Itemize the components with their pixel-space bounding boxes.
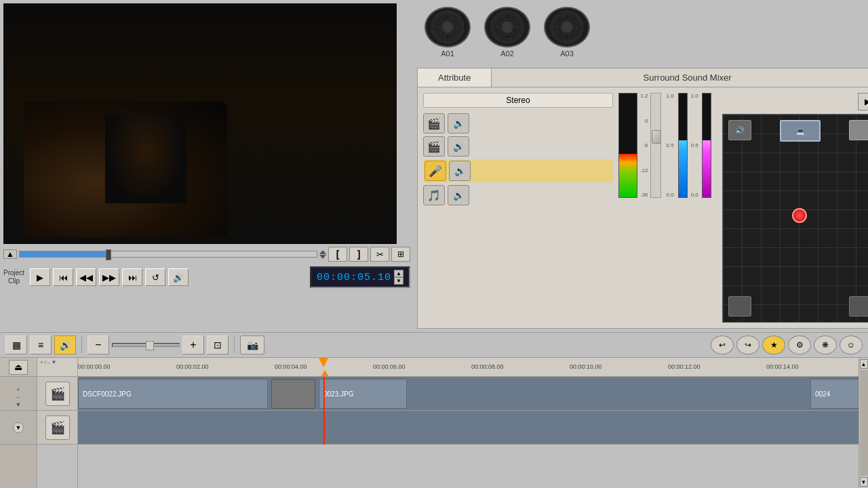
timecode-up[interactable]: ▲ [394,270,403,277]
clip-0024[interactable]: 0024 [810,379,859,409]
timecode-down[interactable]: ▼ [394,277,403,285]
channel-vol-2[interactable]: 🔊 [448,136,469,157]
export-button[interactable]: ☺ [840,336,863,354]
capture-button[interactable]: 📷 [240,336,264,354]
channel-rows: 🎬 🔊 🎬 🔊 🎤 🔊 [423,113,613,205]
fader-track[interactable] [650,93,661,198]
zoom-out-button[interactable]: − [87,336,109,354]
ruler-mark-6: 00:00:06.00 [373,363,406,370]
up-arrow-icon [319,250,326,254]
filter-button[interactable]: ❋ [814,336,837,354]
level-bar-channel-l [678,93,688,198]
channel-vol-1[interactable]: 🔊 [448,113,469,134]
cut-button[interactable]: ✂ [370,247,389,262]
track1-up-arrow[interactable]: + [11,386,26,393]
next-button[interactable]: ⏭ [122,268,142,286]
video-panel: ▲ [ ] ✂ ⊞ Project Clip [0,0,414,332]
tab-surround[interactable]: Surround Sound Mixer [492,68,868,87]
track-zoom-in[interactable]: + [40,359,43,365]
track2-expand[interactable]: ▼ [13,422,24,433]
settings-button[interactable]: ⚙ [788,336,811,354]
audio-clip-a02[interactable]: A02 [480,7,534,58]
scroll-track[interactable] [860,370,868,476]
video-preview [3,3,397,244]
loop-button[interactable]: ↺ [145,268,165,286]
eject-area: ⏏ [0,358,37,377]
step-fwd-button[interactable]: ▶▶ [99,268,119,286]
speaker-br[interactable] [849,296,868,317]
app-container: ▲ [ ] ✂ ⊞ Project Clip [0,0,868,488]
effects-button[interactable]: ★ [762,336,785,354]
audio-clip-a03[interactable]: A03 [540,7,594,58]
fullscreen-button[interactable]: ⊞ [391,247,410,262]
channel-vol-3[interactable]: 🔊 [449,161,471,181]
fader-meters-area: 1.2 0 -6 -12 -36 [618,93,711,323]
vertical-scrollbar: ▲ ▼ [859,358,868,488]
timecode-steppers: ▲ ▼ [394,270,403,285]
play-button[interactable]: ▶ [30,268,50,286]
playhead-bottom-arrow [321,370,329,377]
view-list-button[interactable]: ≡ [30,336,52,354]
speaker-tl[interactable]: 🔊 [728,120,751,140]
track1-icon-header: 🎬 [37,377,77,411]
eject-button[interactable]: ⏏ [9,360,28,375]
surround-play-button[interactable]: ▶ [858,93,868,110]
fader-knob[interactable] [652,130,661,144]
clip-label-a01: A01 [441,49,454,58]
track2-film-icon: 🎬 [45,415,70,440]
zoom-slider[interactable] [112,343,180,347]
clip-0023[interactable]: 0023.JPG [319,379,407,409]
level-bar-channel-r [702,93,711,198]
channel-icon-film[interactable]: 🎬 [423,113,445,134]
undo-button[interactable]: ↩ [711,336,734,354]
zoom-slider-container [112,343,180,347]
track-zoom-out[interactable]: ▼ [51,359,56,365]
speaker-tc[interactable]: 💻 [780,120,821,142]
scroll-down-button[interactable]: ▼ [860,477,868,487]
channel-area: Stereo 🎬 🔊 🎬 🔊 [423,93,613,323]
zoom-in-button[interactable]: + [182,336,204,354]
track1-left-controls: + – ▼ [0,377,37,411]
view-audio-button[interactable]: 🔊 [54,336,76,354]
scrubber-bar[interactable] [19,251,317,258]
audio-clip-a01[interactable]: A01 [420,7,475,58]
timeline-left-panel: ⏏ + – ▼ ▼ [0,358,37,488]
vu-meter [618,93,637,198]
level-mid-scale: 1.0 0.5 0.0 [691,93,698,198]
in-button[interactable]: [ [328,247,347,262]
vinyl-icon-a01 [425,7,471,47]
channel-vol-4[interactable]: 🔊 [448,185,469,205]
step-back-button[interactable]: ◀◀ [76,268,96,286]
track-zoom-label: / – [45,360,50,365]
scroll-up-button[interactable]: ▲ [860,359,868,369]
track2-icon-header: 🎬 [37,411,77,445]
surround-position-dot[interactable] [792,208,807,223]
track1-arrows: + – ▼ [11,386,26,401]
vu-bar [619,154,637,197]
scrubber-left-arrow[interactable]: ▲ [3,249,17,259]
surround-grid: 🔊 💻 [722,114,868,323]
clip-gray[interactable] [271,379,315,409]
clip-dscf0022[interactable]: DSCF0022.JPG [78,379,268,409]
timeline-area: ⏏ + – ▼ ▼ [0,358,868,488]
separator-1 [81,337,82,353]
track1-down-arrow[interactable]: ▼ [11,401,26,408]
redo-button[interactable]: ↪ [736,336,760,354]
scrubber-arrows [319,250,326,259]
track1-film-icon: 🎬 [45,382,70,406]
channel-icon-music[interactable]: 🎵 [423,185,445,205]
tab-attribute[interactable]: Attribute [418,68,492,87]
stereo-selector[interactable]: Stereo [423,93,613,108]
channel-icon-film2[interactable]: 🎬 [423,136,445,157]
volume-button[interactable]: 🔊 [168,268,189,286]
out-button[interactable]: ] [349,247,368,262]
prev-button[interactable]: ⏮ [53,268,73,286]
speaker-tr[interactable] [849,120,868,140]
ruler-mark-4: 00:00:04.00 [275,363,307,370]
ruler-mark-8: 00:00:08.00 [471,363,504,370]
fit-button[interactable]: ⊡ [207,336,229,354]
view-grid-button[interactable]: ▦ [5,336,27,354]
top-section: ▲ [ ] ✂ ⊞ Project Clip [0,0,868,332]
channel-icon-mic[interactable]: 🎤 [425,161,446,181]
speaker-bl[interactable] [728,296,751,317]
